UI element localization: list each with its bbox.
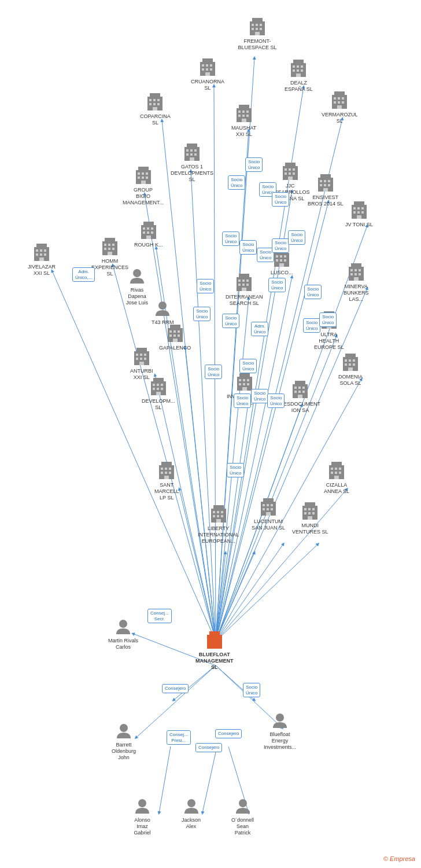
svg-rect-115 xyxy=(289,172,291,175)
node-maushat[interactable]: MAUSHATXXI SL xyxy=(231,103,256,138)
node-rough-k[interactable]: ROUGH K... xyxy=(134,220,163,248)
node-jivelazar[interactable]: JIVELAZARXXI SL xyxy=(28,242,56,277)
svg-rect-75 xyxy=(334,97,336,100)
svg-rect-81 xyxy=(337,105,342,109)
svg-rect-218 xyxy=(139,362,144,365)
node-mundi[interactable]: MUNDIVENTURES SL xyxy=(292,501,328,535)
node-diterranean[interactable]: DITERRANEANSEARCH SL xyxy=(226,272,263,307)
svg-rect-111 xyxy=(285,168,287,171)
svg-rect-150 xyxy=(104,248,106,250)
node-sant-marcell[interactable]: SANTMARCELLLP SL xyxy=(154,460,179,501)
svg-rect-90 xyxy=(242,119,246,122)
svg-rect-99 xyxy=(190,157,194,161)
badge-socio-11: SocioÚnico xyxy=(272,238,289,253)
person-icon-martin xyxy=(114,618,132,637)
node-cruanorna[interactable]: CRUANORNASL xyxy=(191,57,224,91)
svg-rect-283 xyxy=(263,498,274,503)
svg-rect-234 xyxy=(157,388,159,390)
node-cizalla[interactable]: CIZALLAANNEA SL xyxy=(324,460,349,495)
svg-rect-239 xyxy=(239,379,241,381)
node-jackson-alex[interactable]: JacksonAlex xyxy=(182,797,201,830)
svg-rect-110 xyxy=(285,163,296,167)
svg-rect-266 xyxy=(331,468,333,470)
svg-rect-244 xyxy=(247,383,249,385)
svg-rect-119 xyxy=(320,174,331,179)
svg-rect-252 xyxy=(298,391,301,393)
svg-rect-261 xyxy=(165,472,167,474)
svg-rect-98 xyxy=(194,153,197,156)
svg-rect-105 xyxy=(138,176,140,179)
svg-rect-245 xyxy=(242,387,247,391)
building-icon-anturbi xyxy=(131,346,152,367)
badge-socio-19: SocioÚnico xyxy=(234,393,251,408)
svg-rect-214 xyxy=(144,354,146,356)
svg-rect-199 xyxy=(178,334,180,337)
svg-rect-169 xyxy=(280,259,282,262)
svg-rect-146 xyxy=(105,238,115,242)
node-gatos1[interactable]: GATOS 1DEVELOPMENTSSL xyxy=(171,142,213,182)
node-bluefloat-energy[interactable]: BluefloatEnergyInvestments... xyxy=(264,712,296,750)
label-dealz: DEALZESPAÑA SL xyxy=(285,80,313,93)
svg-rect-268 xyxy=(339,468,341,470)
node-bluefloat[interactable]: BLUEFLOATMANAGEMENTSL xyxy=(195,630,234,670)
node-rivas-dapena[interactable]: RivasDapenaJose Luis xyxy=(126,267,148,306)
svg-rect-93 xyxy=(186,149,189,152)
node-liberty[interactable]: LIBERTYINTERNATIONALEUROPEAN... xyxy=(198,503,239,544)
label-group-bigio: GROUPBIGIOMANAGEMENT... xyxy=(123,187,164,205)
person-icon-bluefloat-energy xyxy=(271,712,289,730)
badge-socio-2: SocioÚnico xyxy=(228,175,245,190)
badge-consej-presi: Consej...Presi... xyxy=(167,730,191,745)
node-alonso-imaz[interactable]: AlonsoImazGabriel xyxy=(133,797,152,836)
svg-line-10 xyxy=(191,171,216,641)
svg-rect-142 xyxy=(147,231,149,234)
node-dealz[interactable]: DEALZESPAÑA SL xyxy=(285,58,313,93)
svg-rect-148 xyxy=(108,244,110,246)
badge-socio-6: SocioÚnico xyxy=(268,278,286,292)
svg-rect-262 xyxy=(169,472,171,474)
svg-rect-186 xyxy=(246,279,249,282)
node-besdocument[interactable]: BESDOCUMENTION SA xyxy=(280,379,320,414)
node-fremont[interactable]: FREMONT- BLUESPACE SL xyxy=(234,16,280,51)
node-t43[interactable]: T43 RRM xyxy=(152,300,174,326)
node-homm[interactable]: HOMMEXPERIENCESSL xyxy=(91,236,128,277)
svg-line-3 xyxy=(216,544,318,641)
svg-rect-213 xyxy=(140,354,142,356)
svg-rect-227 xyxy=(348,367,353,371)
svg-rect-253 xyxy=(302,391,305,393)
person-icon-rivas xyxy=(128,267,146,286)
node-group-bigio[interactable]: GROUPBIGIOMANAGEMENT... xyxy=(123,165,164,205)
node-anturbi[interactable]: ANTURBIXXI SL xyxy=(130,346,153,381)
node-gapalenco[interactable]: GAPALENCO xyxy=(159,323,191,351)
svg-rect-124 xyxy=(324,184,326,186)
svg-rect-308 xyxy=(212,645,217,649)
node-coparcina[interactable]: COPARCINASL xyxy=(140,91,171,126)
label-gapalenco: GAPALENCO xyxy=(159,345,191,351)
node-minerva[interactable]: MINERVABUNKERSLAS... xyxy=(344,262,369,302)
node-domenia[interactable]: DOMENIASOLA SL xyxy=(338,352,363,387)
building-icon-diterranean xyxy=(234,272,254,293)
node-martin-rivals[interactable]: Martin RivalsCarlos xyxy=(108,618,138,650)
building-icon-lucentum xyxy=(258,496,279,517)
svg-rect-265 xyxy=(331,462,342,466)
node-lucentum[interactable]: LUCENTUMSAN JUAN SL xyxy=(252,496,285,531)
svg-rect-165 xyxy=(276,255,278,258)
node-ensivest[interactable]: ENSIVESTBROS 2014 SL xyxy=(308,172,344,207)
svg-rect-175 xyxy=(354,269,357,271)
svg-rect-271 xyxy=(339,472,341,474)
svg-rect-166 xyxy=(280,255,282,258)
svg-rect-267 xyxy=(335,468,337,470)
svg-rect-257 xyxy=(161,468,163,470)
svg-rect-133 xyxy=(357,211,360,214)
svg-rect-284 xyxy=(263,504,265,506)
node-developm[interactable]: DEVELOPM...SL xyxy=(142,376,175,411)
node-jv-toni[interactable]: JV TONI SL xyxy=(345,200,373,228)
svg-rect-128 xyxy=(354,201,364,206)
node-vermarozul[interactable]: VERMAROZULSL xyxy=(322,90,358,124)
building-icon-minerva xyxy=(346,262,367,282)
label-rough-k: ROUGH K... xyxy=(134,242,163,248)
svg-rect-306 xyxy=(213,641,215,643)
svg-rect-45 xyxy=(255,32,260,35)
node-barrett[interactable]: BarrettOldenburgJohn xyxy=(112,722,136,760)
node-odonnell[interactable]: O´donnellSeanPatrick xyxy=(231,797,254,836)
svg-rect-290 xyxy=(266,512,271,516)
